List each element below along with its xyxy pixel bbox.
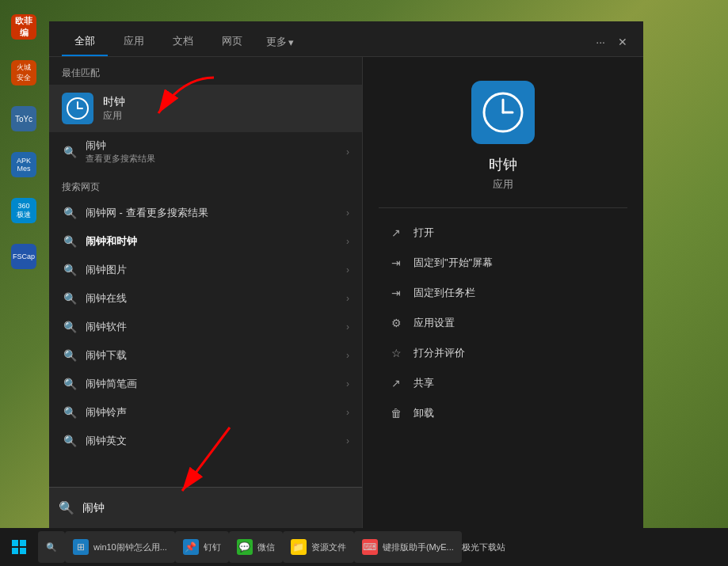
tab-more[interactable]: 更多 ▾ — [258, 28, 302, 55]
taskbar-icon-5: ⌨ — [362, 539, 378, 555]
result-label-9: 闹钟英文 — [86, 434, 127, 448]
search-web-icon-4: 🔍 — [62, 291, 78, 306]
svg-rect-9 — [20, 540, 26, 546]
taskbar-icon-4: 📁 — [291, 539, 307, 555]
search-right-panel: 时钟 应用 ↗ 打开 ⇥ 固定到"开始"屏幕 ⇥ 固定到任务栏 ⚙ — [362, 57, 643, 528]
result-arrow-1: › — [346, 207, 349, 218]
settings-icon: ⚙ — [388, 315, 404, 331]
action-pin-taskbar[interactable]: ⇥ 固定到任务栏 — [379, 278, 627, 308]
taskbar-right: 极光下载站 — [462, 541, 512, 553]
search-tabs-right: ··· ✕ — [593, 32, 631, 51]
action-open[interactable]: ↗ 打开 — [379, 218, 627, 248]
result-web-2[interactable]: 🔍 闹钟和时钟 › — [49, 227, 362, 256]
result-web-3[interactable]: 🔍 闹钟图片 › — [49, 256, 362, 284]
result-label: 闹钟 — [86, 139, 155, 153]
search-web-icon-7: 🔍 — [62, 376, 78, 392]
action-pin-start-label: 固定到"开始"屏幕 — [414, 256, 493, 270]
taskbar-label-3: 微信 — [257, 541, 275, 553]
taskbar-label-5: 键排版助手(MyE... — [383, 541, 454, 553]
search-result-alarm-more[interactable]: 🔍 闹钟 查看更多搜索结果 › — [49, 132, 362, 171]
taskbar-item-5[interactable]: ⌨ 键排版助手(MyE... — [354, 531, 462, 563]
more-options-button[interactable]: ··· — [593, 32, 608, 51]
search-popup: 全部 应用 文档 网页 更多 ▾ ··· ✕ 最佳匹配 — [49, 21, 643, 528]
result-arrow-8: › — [346, 407, 349, 418]
action-uninstall[interactable]: 🗑 卸载 — [379, 398, 627, 428]
result-arrow-7: › — [346, 378, 349, 389]
search-web-icon-1: 🔍 — [62, 205, 78, 221]
clock-icon-large — [481, 90, 525, 135]
taskbar-search-icon: 🔍 — [46, 542, 57, 553]
sidebar-icon-6[interactable]: FSCap — [5, 237, 43, 275]
taskbar: 🔍 ⊞ win10闹钟怎么用... 📌 钉钉 💬 微信 📁 资源文件 ⌨ 键排版… — [0, 528, 728, 566]
right-divider — [379, 207, 627, 208]
tab-docs[interactable]: 文档 — [160, 28, 206, 56]
result-arrow-3: › — [346, 264, 349, 275]
share-icon: ↗ — [388, 375, 404, 391]
svg-rect-8 — [12, 540, 18, 546]
open-icon: ↗ — [388, 225, 404, 241]
sidebar-icon-1[interactable]: 欧菲编 — [5, 8, 43, 46]
result-label-5: 闹钟软件 — [86, 320, 127, 334]
search-bar: 🔍 — [49, 487, 362, 528]
action-settings-label: 应用设置 — [414, 316, 455, 330]
action-uninstall-label: 卸载 — [414, 406, 434, 420]
result-web-4[interactable]: 🔍 闹钟在线 › — [49, 284, 362, 313]
pin-taskbar-icon: ⇥ — [388, 285, 404, 301]
action-pin-start[interactable]: ⇥ 固定到"开始"屏幕 — [379, 248, 627, 278]
search-web-icon-2: 🔍 — [62, 234, 78, 249]
action-rate[interactable]: ☆ 打分并评价 — [379, 338, 627, 368]
clock-icon — [66, 97, 90, 120]
right-app-type: 应用 — [493, 177, 513, 192]
sidebar-icon-3[interactable]: ToYc — [5, 100, 43, 138]
action-open-label: 打开 — [414, 226, 434, 240]
tab-web[interactable]: 网页 — [209, 28, 255, 56]
taskbar-time: 极光下载站 — [462, 541, 505, 553]
result-web-8[interactable]: 🔍 闹钟铃声 › — [49, 398, 362, 427]
taskbar-search[interactable]: 🔍 — [38, 531, 65, 563]
best-match-item[interactable]: 时钟 应用 — [49, 85, 362, 132]
sidebar-icon-4[interactable]: APKMes — [5, 146, 43, 184]
action-app-settings[interactable]: ⚙ 应用设置 — [379, 308, 627, 338]
search-web-icon-8: 🔍 — [62, 405, 78, 420]
pin-start-icon: ⇥ — [388, 255, 404, 271]
tab-all[interactable]: 全部 — [62, 28, 108, 56]
taskbar-item-1[interactable]: ⊞ win10闹钟怎么用... — [65, 531, 175, 563]
svg-rect-10 — [12, 548, 18, 554]
desktop: 欧菲编 火城安全 ToYc APKMes 360极速 FSCap 全部 应用 文… — [0, 0, 728, 566]
start-button[interactable] — [0, 528, 38, 566]
tab-apps[interactable]: 应用 — [111, 28, 157, 56]
best-match-type: 应用 — [103, 109, 125, 123]
action-share[interactable]: ↗ 共享 — [379, 368, 627, 398]
svg-rect-11 — [20, 548, 26, 554]
best-match-icon — [62, 93, 93, 124]
taskbar-label-1: win10闹钟怎么用... — [93, 541, 167, 553]
result-arrow-2: › — [346, 236, 349, 247]
result-web-9[interactable]: 🔍 闹钟英文 › — [49, 427, 362, 455]
search-tabs: 全部 应用 文档 网页 更多 ▾ ··· ✕ — [49, 21, 643, 57]
taskbar-label-4: 资源文件 — [311, 541, 346, 553]
search-web-icon-6: 🔍 — [62, 348, 78, 363]
taskbar-icon-2: 📌 — [183, 539, 199, 555]
result-web-7[interactable]: 🔍 闹钟简笔画 › — [49, 370, 362, 398]
result-arrow-5: › — [346, 321, 349, 332]
result-label-8: 闹钟铃声 — [86, 405, 127, 420]
sidebar-left: 欧菲编 火城安全 ToYc APKMes 360极速 FSCap — [0, 0, 48, 528]
result-web-5[interactable]: 🔍 闹钟软件 › — [49, 313, 362, 341]
star-icon: ☆ — [388, 345, 404, 361]
close-button[interactable]: ✕ — [615, 32, 631, 51]
result-label-6: 闹钟下载 — [86, 348, 127, 363]
taskbar-item-3[interactable]: 💬 微信 — [229, 531, 283, 563]
result-web-6[interactable]: 🔍 闹钟下载 › — [49, 341, 362, 370]
action-share-label: 共享 — [414, 376, 434, 390]
search-left-panel: 最佳匹配 时钟 应用 — [49, 57, 362, 528]
result-label-1: 闹钟网 - 查看更多搜索结果 — [86, 206, 208, 220]
sidebar-icon-5[interactable]: 360极速 — [5, 192, 43, 230]
sidebar-icon-2[interactable]: 火城安全 — [5, 54, 43, 92]
result-arrow-9: › — [346, 435, 349, 446]
search-web-icon-5: 🔍 — [62, 319, 78, 335]
result-web-1[interactable]: 🔍 闹钟网 - 查看更多搜索结果 › — [49, 199, 362, 227]
search-input[interactable] — [82, 502, 353, 515]
best-match-text: 时钟 应用 — [103, 95, 125, 123]
taskbar-item-4[interactable]: 📁 资源文件 — [283, 531, 354, 563]
taskbar-item-2[interactable]: 📌 钉钉 — [175, 531, 229, 563]
